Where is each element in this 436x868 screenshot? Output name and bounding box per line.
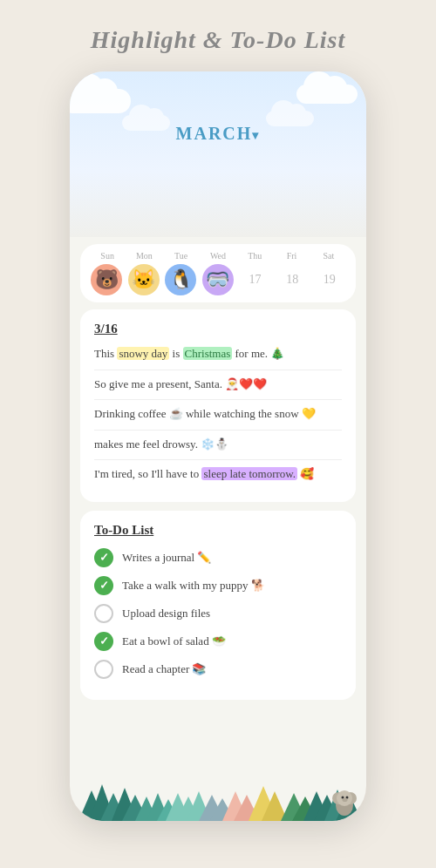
avatar-sun: 🐻	[91, 264, 122, 295]
avatar-mon: 🐱	[128, 264, 160, 295]
todo-text-3: Upload design files	[122, 607, 210, 620]
day-tue: Tue	[163, 251, 200, 261]
todo-item-3[interactable]: Upload design files	[94, 604, 342, 623]
cal-day-17[interactable]: 17	[237, 266, 273, 294]
avatar-tue: 🐧	[165, 264, 196, 295]
highlight-line-4: makes me feel drowsy. ❄️⛄	[94, 436, 342, 453]
divider-1	[94, 370, 342, 370]
todo-title: To-Do List	[94, 523, 342, 538]
cloud-decoration-4	[266, 111, 314, 126]
phone-bottom-forest	[70, 760, 366, 821]
forest-svg	[70, 760, 366, 821]
checkbox-empty-5[interactable]	[94, 660, 113, 679]
todo-item-5[interactable]: Read a chapter 📚	[94, 660, 342, 679]
svg-point-27	[342, 797, 344, 799]
svg-point-29	[343, 798, 348, 802]
todo-item-2[interactable]: Take a walk with my puppy 🐕	[94, 576, 342, 595]
day-sun: Sun	[89, 251, 126, 261]
highlight-sleep-late: sleep late tomorrow.	[201, 467, 297, 480]
cloud-decoration-1	[70, 89, 131, 113]
svg-point-26	[337, 790, 352, 806]
divider-3	[94, 430, 342, 431]
day-mon: Mon	[126, 251, 162, 261]
cloud-decoration-2	[296, 85, 358, 104]
month-label: MARCH	[176, 124, 253, 143]
divider-2	[94, 399, 342, 400]
todo-item-4[interactable]: Eat a bowl of salad 🥗	[94, 632, 342, 651]
day-wed: Wed	[200, 251, 236, 261]
divider-4	[94, 459, 342, 460]
avatar-wed: 🥽	[202, 264, 234, 295]
checkbox-checked-4[interactable]	[94, 632, 113, 651]
highlight-snowy-day: snowy day	[117, 347, 169, 360]
checkbox-checked-1[interactable]	[94, 548, 113, 567]
day-thu: Thu	[236, 251, 273, 261]
day-fri: Fri	[273, 251, 310, 261]
checkbox-empty-3[interactable]	[94, 604, 113, 623]
page-title: Highlight & To-Do List	[91, 26, 345, 54]
highlight-christmas: Christmas	[183, 347, 233, 360]
todo-text-4: Eat a bowl of salad 🥗	[122, 634, 226, 648]
cal-day-tue[interactable]: 🐧	[163, 262, 199, 297]
todo-text-1: Writes a journal ✏️	[122, 551, 211, 565]
highlight-line-5: I'm tired, so I'll have to sleep late to…	[94, 465, 342, 483]
highlight-date: 3/16	[94, 322, 342, 336]
checkbox-checked-2[interactable]	[94, 576, 113, 595]
todo-text-5: Read a chapter 📚	[122, 662, 206, 676]
calendar-days-header: Sun Mon Tue Wed Thu Fri Sat	[89, 249, 347, 262]
cal-day-sun[interactable]: 🐻	[89, 262, 125, 297]
day-sat: Sat	[310, 251, 347, 261]
cal-day-wed[interactable]: 🥽	[201, 262, 236, 297]
highlight-line-1: This snowy day is Christmas for me. 🎄	[94, 345, 342, 363]
calendar-strip: Sun Mon Tue Wed Thu Fri Sat 🐻 🐱 🐧 🥽 17 1…	[80, 244, 356, 302]
cloud-decoration-3	[122, 115, 170, 131]
phone-sky: MARCH▾	[70, 71, 366, 237]
month-header[interactable]: MARCH▾	[70, 124, 366, 144]
phone-shell: MARCH▾ Sun Mon Tue Wed Thu Fri Sat 🐻 🐱 🐧…	[70, 71, 366, 821]
cal-day-19[interactable]: 19	[311, 266, 347, 294]
todo-text-2: Take a walk with my puppy 🐕	[122, 579, 265, 593]
month-arrow: ▾	[252, 129, 260, 142]
todo-item-1[interactable]: Writes a journal ✏️	[94, 548, 342, 567]
todo-card: To-Do List Writes a journal ✏️ Take a wa…	[80, 511, 356, 700]
svg-point-28	[346, 797, 349, 799]
highlight-line-2: So give me a present, Santa. 🎅❤️❤️	[94, 376, 342, 393]
highlight-line-3: Drinking coffee ☕ while watching the sno…	[94, 405, 342, 423]
cal-day-18[interactable]: 18	[275, 266, 310, 294]
highlight-card: 3/16 This snowy day is Christmas for me.…	[80, 309, 356, 502]
phone-content[interactable]: 3/16 This snowy day is Christmas for me.…	[70, 309, 366, 760]
cal-day-mon[interactable]: 🐱	[126, 262, 162, 297]
calendar-days-row: 🐻 🐱 🐧 🥽 17 18 19	[89, 262, 347, 297]
